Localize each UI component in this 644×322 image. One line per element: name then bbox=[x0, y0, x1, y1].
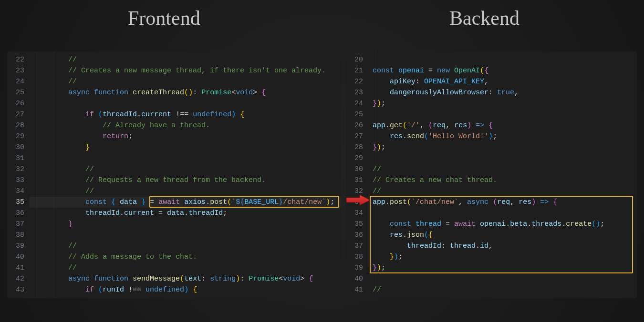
code-line[interactable] bbox=[368, 109, 637, 120]
line-number: 40 bbox=[346, 273, 368, 284]
code-line[interactable]: apiKey: OPENAI_API_KEY, bbox=[368, 76, 637, 87]
code-line[interactable]: const thread = await openai.beta.threads… bbox=[368, 219, 637, 230]
line-number: 20 bbox=[346, 54, 368, 65]
line-number: 26 bbox=[346, 120, 368, 131]
line-number: 32 bbox=[7, 164, 29, 175]
line-number: 30 bbox=[7, 142, 29, 153]
line-number: 23 bbox=[346, 87, 368, 98]
code-line[interactable] bbox=[368, 54, 637, 65]
code-line[interactable]: // Creates a new message thread, if ther… bbox=[29, 65, 341, 76]
code-line[interactable]: // bbox=[29, 262, 341, 273]
code-line[interactable]: return; bbox=[29, 131, 341, 142]
line-number: 29 bbox=[7, 131, 29, 142]
code-line[interactable]: if (threadId.current !== undefined) { bbox=[29, 109, 341, 120]
code-line[interactable]: dangerouslyAllowBrowser: true, bbox=[368, 87, 637, 98]
code-line[interactable]: // bbox=[29, 76, 341, 87]
line-number: 39 bbox=[7, 241, 29, 252]
code-panel-backend: 2021222324252627282930313233343536373839… bbox=[346, 51, 637, 298]
code-line[interactable]: // Adds a message to the chat. bbox=[29, 252, 341, 262]
code-line[interactable]: threadId.current = data.threadId; bbox=[29, 208, 341, 219]
line-number: 42 bbox=[7, 273, 29, 284]
code-line[interactable]: // bbox=[368, 186, 637, 197]
line-number: 38 bbox=[7, 230, 29, 241]
code-line[interactable]: threadId: thread.id, bbox=[368, 241, 637, 252]
line-number: 25 bbox=[346, 109, 368, 120]
code-line[interactable]: }); bbox=[368, 262, 637, 273]
line-number: 35 bbox=[346, 219, 368, 230]
code-line[interactable]: }); bbox=[368, 252, 637, 262]
line-number: 39 bbox=[346, 262, 368, 273]
code-line[interactable]: // bbox=[29, 241, 341, 252]
line-number: 38 bbox=[346, 252, 368, 262]
line-number: 37 bbox=[7, 219, 29, 230]
code-panel-frontend: 2223242526272829303132333435363738394041… bbox=[7, 51, 341, 298]
line-number: 22 bbox=[346, 76, 368, 87]
code-line[interactable] bbox=[29, 230, 341, 241]
code-line[interactable]: async function createThread(): Promise<v… bbox=[29, 87, 341, 98]
line-number: 30 bbox=[346, 164, 368, 175]
code-line[interactable]: // bbox=[29, 186, 341, 197]
line-number: 27 bbox=[7, 109, 29, 120]
line-number: 41 bbox=[346, 284, 368, 295]
line-number: 23 bbox=[7, 65, 29, 76]
line-gutter-backend: 2021222324252627282930313233343536373839… bbox=[346, 51, 368, 298]
line-number: 33 bbox=[346, 197, 368, 208]
line-gutter-frontend: 2223242526272829303132333435363738394041… bbox=[7, 51, 29, 298]
code-line[interactable]: const openai = new OpenAI({ bbox=[368, 65, 637, 76]
line-number: 31 bbox=[346, 175, 368, 186]
line-number: 31 bbox=[7, 153, 29, 164]
code-line[interactable]: // bbox=[368, 164, 637, 175]
code-line[interactable] bbox=[368, 208, 637, 219]
code-line[interactable]: app.get('/', (req, res) => { bbox=[368, 120, 637, 131]
line-number: 26 bbox=[7, 98, 29, 109]
line-number: 27 bbox=[346, 131, 368, 142]
line-number: 36 bbox=[346, 230, 368, 241]
line-number: 37 bbox=[346, 241, 368, 252]
code-body-frontend[interactable]: // // Creates a new message thread, if t… bbox=[29, 51, 341, 298]
code-line[interactable]: // bbox=[29, 54, 341, 65]
line-number: 33 bbox=[7, 175, 29, 186]
line-number: 28 bbox=[7, 120, 29, 131]
line-number: 32 bbox=[346, 186, 368, 197]
line-number: 34 bbox=[346, 208, 368, 219]
code-line[interactable]: // bbox=[29, 164, 341, 175]
line-number: 41 bbox=[7, 262, 29, 273]
code-line[interactable]: const { data } = await axios.post(`${BAS… bbox=[29, 197, 341, 208]
code-line[interactable] bbox=[29, 98, 341, 109]
line-number: 40 bbox=[7, 252, 29, 262]
code-line[interactable]: app.post(`/chat/new`, async (req, res) =… bbox=[368, 197, 637, 208]
code-line[interactable]: res.json({ bbox=[368, 230, 637, 241]
line-number: 21 bbox=[346, 65, 368, 76]
code-line[interactable]: async function sendMessage(text: string)… bbox=[29, 273, 341, 284]
code-line[interactable]: res.send('Hello World!'); bbox=[368, 131, 637, 142]
line-number: 43 bbox=[7, 284, 29, 295]
code-line[interactable]: // Creates a new chat thread. bbox=[368, 175, 637, 186]
code-line[interactable]: } bbox=[29, 219, 341, 230]
line-number: 24 bbox=[346, 98, 368, 109]
code-body-backend[interactable]: const openai = new OpenAI({ apiKey: OPEN… bbox=[368, 51, 637, 298]
code-line[interactable] bbox=[368, 273, 637, 284]
code-line[interactable] bbox=[29, 153, 341, 164]
line-number: 22 bbox=[7, 54, 29, 65]
code-line[interactable]: // Already have a thread. bbox=[29, 120, 341, 131]
title-frontend: Frontend bbox=[128, 7, 200, 30]
code-line[interactable]: // Requests a new thread from the backen… bbox=[29, 175, 341, 186]
code-line[interactable] bbox=[368, 153, 637, 164]
line-number: 25 bbox=[7, 87, 29, 98]
title-backend: Backend bbox=[449, 7, 519, 30]
line-number: 35 bbox=[7, 197, 29, 208]
line-number: 28 bbox=[346, 142, 368, 153]
line-number: 24 bbox=[7, 76, 29, 87]
line-number: 34 bbox=[7, 186, 29, 197]
code-line[interactable]: if (runId !== undefined) { bbox=[29, 284, 341, 295]
line-number: 29 bbox=[346, 153, 368, 164]
code-line[interactable]: }); bbox=[368, 98, 637, 109]
code-line[interactable]: } bbox=[29, 142, 341, 153]
line-number: 36 bbox=[7, 208, 29, 219]
code-line[interactable]: // bbox=[368, 284, 637, 295]
code-line[interactable]: }); bbox=[368, 142, 637, 153]
